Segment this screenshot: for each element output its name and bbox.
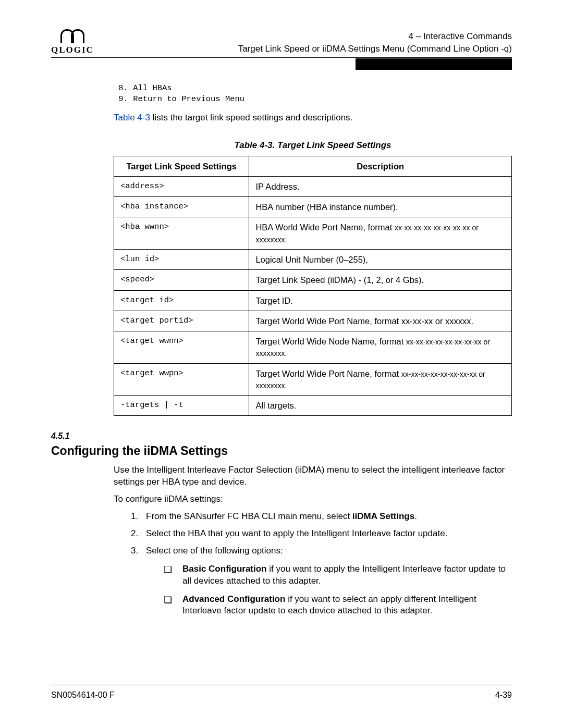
table-row: <target portid>Target World Wide Port Na…	[114, 311, 512, 331]
settings-table: Target Link Speed Settings Description <…	[114, 156, 512, 416]
header-tab	[356, 58, 512, 70]
footer-right: 4-39	[495, 689, 512, 701]
section-para-2: To configure iiDMA settings:	[114, 493, 512, 505]
steps-list: From the SANsurfer FC HBA CLI main menu,…	[114, 511, 512, 618]
setting-cell: <address>	[114, 176, 249, 196]
header-line-1: 4 – Interactive Commands	[238, 30, 512, 43]
table-row: <target id>Target ID.	[114, 290, 512, 311]
setting-cell: <hba wwnn>	[114, 217, 249, 250]
step-3: Select one of the following options: Bas…	[141, 545, 512, 618]
description-cell: IP Address.	[249, 176, 512, 196]
table-row: <target wwpn>Target World Wide Port Name…	[114, 363, 512, 396]
setting-cell: <target wwpn>	[114, 363, 249, 396]
footer-left: SN0054614-00 F	[51, 689, 115, 701]
options-list: Basic Configuration if you want to apply…	[146, 563, 512, 618]
setting-cell: <hba instance>	[114, 197, 249, 217]
description-cell: Target ID.	[249, 290, 512, 311]
step-2: Select the HBA that you want to apply th…	[141, 528, 512, 540]
logo-icon	[60, 29, 84, 43]
page: QLOGIC 4 – Interactive Commands Target L…	[0, 0, 563, 728]
section-number: 4.5.1	[51, 430, 512, 442]
option-basic: Basic Configuration if you want to apply…	[164, 563, 512, 587]
logo-text: QLOGIC	[51, 44, 94, 56]
intro-text: lists the target link speed settings and…	[150, 113, 352, 122]
table-row: <hba wwnn>HBA World Wide Port Name, form…	[114, 217, 512, 250]
table-header-description: Description	[249, 156, 512, 176]
table-row: -targets | -tAll targets.	[114, 396, 512, 416]
description-cell: Target World Wide Port Name, format xx-x…	[249, 311, 512, 331]
content-area: 8. All HBAs 9. Return to Previous Menu T…	[114, 83, 512, 617]
intro-paragraph: Table 4-3 lists the target link speed se…	[114, 112, 512, 124]
option-advanced: Advanced Configuration if you want to se…	[164, 594, 512, 618]
table-header-row: Target Link Speed Settings Description	[114, 156, 512, 176]
section-title: Configuring the iiDMA Settings	[51, 443, 512, 459]
description-cell: Target World Wide Port Name, format xx-x…	[249, 363, 512, 396]
table-row: <hba instance>HBA number (HBA instance n…	[114, 197, 512, 217]
description-cell: Logical Unit Number (0–255),	[249, 249, 512, 269]
table-row: <address>IP Address.	[114, 176, 512, 196]
setting-cell: <target portid>	[114, 311, 249, 331]
description-cell: Target World Wide Node Name, format xx-x…	[249, 331, 512, 364]
table-reference-link[interactable]: Table 4-3	[114, 113, 150, 122]
page-footer: SN0054614-00 F 4-39	[51, 685, 512, 701]
setting-cell: <lun id>	[114, 249, 249, 269]
description-cell: HBA World Wide Port Name, format xx-xx-x…	[249, 217, 512, 250]
table-row: <lun id>Logical Unit Number (0–255),	[114, 249, 512, 269]
table-row: <speed>Target Link Speed (iiDMA) - (1, 2…	[114, 270, 512, 290]
qlogic-logo: QLOGIC	[51, 29, 94, 56]
setting-cell: -targets | -t	[114, 396, 249, 416]
page-header: QLOGIC 4 – Interactive Commands Target L…	[51, 30, 512, 58]
table-title: Table 4-3. Target Link Speed Settings	[114, 140, 512, 152]
description-cell: Target Link Speed (iiDMA) - (1, 2, or 4 …	[249, 270, 512, 290]
setting-cell: <target wwnn>	[114, 331, 249, 364]
setting-cell: <speed>	[114, 270, 249, 290]
table-header-settings: Target Link Speed Settings	[114, 156, 249, 176]
header-line-2: Target Link Speed or iiDMA Settings Menu…	[238, 43, 512, 55]
menu-listing: 8. All HBAs 9. Return to Previous Menu	[114, 83, 512, 105]
description-cell: HBA number (HBA instance number).	[249, 197, 512, 217]
description-cell: All targets.	[249, 396, 512, 416]
setting-cell: <target id>	[114, 290, 249, 311]
section-para-1: Use the Intelligent Interleave Factor Se…	[114, 464, 512, 488]
step-1: From the SANsurfer FC HBA CLI main menu,…	[141, 511, 512, 523]
table-row: <target wwnn>Target World Wide Node Name…	[114, 331, 512, 364]
header-right: 4 – Interactive Commands Target Link Spe…	[238, 30, 512, 55]
